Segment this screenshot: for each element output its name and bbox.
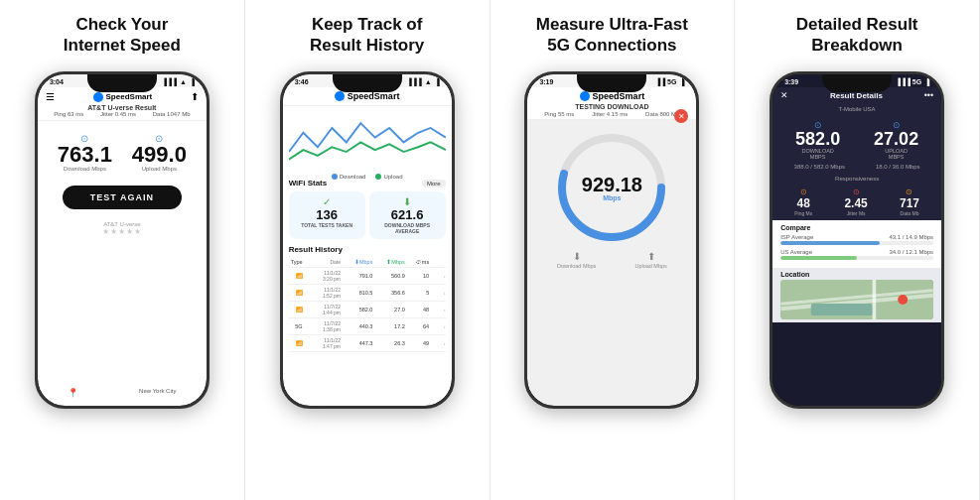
- dl-detail-label: 388.0 / 582.0 Mbps: [794, 164, 845, 170]
- status-icons-1: ▐▐▐ ▲ ▐: [162, 78, 195, 85]
- arr-5: ›: [438, 340, 446, 346]
- p2-logo: SpeedSmart: [291, 91, 444, 101]
- p3-logo: SpeedSmart: [535, 91, 688, 101]
- date-5: 11/1/221:47 pm: [311, 337, 341, 349]
- checkmark-icon: ✓: [293, 196, 361, 207]
- phone-4-screen: 3:39 ▐▐▐ 5G ▐ ✕ Result Details ••• T-Mob…: [772, 74, 941, 406]
- status-icons-2: ▐▐▐ ▲ ▐: [407, 78, 440, 85]
- phone-3-screen: 3:19 ▐▐ 5G ▐ SpeedSmart ✕ TESTING DOWNLO…: [527, 74, 696, 406]
- history-header-row: Type Date ⬇Mbps ⬆Mbps ⏱ms: [289, 257, 446, 268]
- history-row-5[interactable]: 📶 11/1/221:47 pm 447.3 26.3 49 ›: [289, 335, 446, 352]
- type-4: 5G: [289, 323, 303, 329]
- wifi-cards: ✓ 136 TOTAL TESTS TAKEN ⬇ 621.6 DOWNLOAD…: [289, 191, 446, 239]
- wifi-card-total: ✓ 136 TOTAL TESTS TAKEN: [289, 191, 365, 239]
- battery-icon: ▐: [190, 78, 195, 85]
- isp-avg-value: 43.1 / 14.9 Mbps: [889, 234, 933, 240]
- back-icon[interactable]: ✕: [780, 90, 788, 100]
- history-row-4[interactable]: 5G 11/7/221:38 pm 440.3 17.2 64 ›: [289, 318, 446, 335]
- more-icon[interactable]: •••: [924, 90, 933, 100]
- panel-3-title: Measure Ultra-Fast5G Connections: [536, 14, 688, 62]
- download-avg-icon: ⬇: [373, 196, 442, 207]
- battery-2: ▐: [435, 78, 440, 85]
- compare-title: Compare: [780, 224, 933, 231]
- location-title: Location: [780, 271, 933, 278]
- dl-2: 810.5: [349, 290, 372, 296]
- p3-metrics: Ping 55 ms Jitter 4.15 ms Data 800 Mb: [535, 111, 688, 117]
- phone-1: 3:04 ▐▐▐ ▲ ▐ ☰ SpeedSmart ⬆ AT&T U-verse…: [35, 71, 210, 409]
- wifi-icon: ▲: [180, 78, 187, 85]
- isp-avg-bar-fill: [780, 241, 880, 245]
- test-again-button[interactable]: TEST AGAIN: [63, 186, 182, 209]
- arr-1: ›: [438, 273, 446, 279]
- ms-3: 48: [413, 307, 429, 312]
- speedometer-area: 929.18 Mbps: [527, 120, 696, 251]
- jitter-block: ⊙ 2.45 Jitter Ms: [844, 188, 867, 216]
- phone-3-notch: [577, 74, 646, 92]
- p4-download-block: ⊙ 582.0 DownloadMbps: [795, 120, 840, 160]
- ul-1: 560.9: [381, 273, 405, 279]
- speedometer-ring: 929.18 Mbps: [552, 128, 671, 247]
- download-block: ⊙ 763.1 Download Mbps: [58, 133, 112, 172]
- time-3: 3:19: [539, 78, 553, 85]
- col-date-header: Date: [311, 259, 341, 265]
- ping-3: Ping 55 ms: [544, 111, 574, 117]
- map-placeholder: [780, 280, 933, 319]
- ul-icon-block: ⬆ Upload Mbps: [634, 251, 666, 269]
- speed-unit: Mbps: [582, 194, 642, 201]
- ul-2: 356.6: [381, 290, 405, 296]
- ul-bottom-label: Upload Mbps: [634, 263, 666, 269]
- svg-rect-5: [811, 304, 873, 315]
- upload-legend: Upload: [375, 174, 402, 180]
- wifi-section: WiFi Stats More ✓ 136 TOTAL TESTS TAKEN …: [283, 176, 452, 242]
- phone-3: 3:19 ▐▐ 5G ▐ SpeedSmart ✕ TESTING DOWNLO…: [524, 71, 699, 409]
- ms-1: 10: [413, 273, 429, 279]
- col-ms-header: ⏱ms: [413, 259, 429, 265]
- nav-city-label: New York City: [139, 388, 176, 398]
- ping-block: ⊙ 48 Ping Ms: [794, 188, 812, 216]
- jitter-value: 2.45: [844, 196, 867, 210]
- ping-label: Ping Ms: [794, 210, 812, 216]
- dl-4: 440.3: [349, 323, 372, 329]
- testing-label: TESTING DOWNLOAD: [535, 103, 688, 110]
- avg-dl-value: 621.6: [373, 207, 442, 222]
- nav-location-icon[interactable]: 📍: [68, 388, 78, 398]
- p4-upload-block: ⊙ 27.02 UploadMbps: [874, 120, 918, 160]
- panel-result-history: Keep Track ofResult History 3:46 ▐▐▐ ▲ ▐…: [245, 0, 490, 500]
- share-icon[interactable]: ⬆: [191, 91, 199, 102]
- history-title: Result History: [289, 245, 446, 254]
- more-button[interactable]: More: [422, 180, 446, 188]
- history-row-1[interactable]: 📶 11/1/223:20 pm 791.0 560.9 10 ›: [289, 268, 446, 285]
- total-tests-label: TOTAL TESTS TAKEN: [293, 222, 361, 228]
- dl-icon-block: ⬇ Download Mbps: [557, 251, 596, 269]
- phone-4: 3:39 ▐▐▐ 5G ▐ ✕ Result Details ••• T-Mob…: [770, 71, 944, 409]
- hamburger-icon[interactable]: ☰: [46, 91, 55, 102]
- p1-header: ☰ SpeedSmart ⬆ AT&T U-verse Result Ping …: [38, 87, 207, 121]
- rating-stars[interactable]: ★★★★★: [46, 227, 199, 236]
- p4-location-section: Location: [772, 268, 941, 322]
- chart-legend: Download Upload: [289, 174, 446, 180]
- speedsmart-label: SpeedSmart: [106, 92, 153, 101]
- status-icons-3: ▐▐ 5G ▐: [655, 78, 684, 85]
- panel-check-speed: Check YourInternet Speed 3:04 ▐▐▐ ▲ ▐ ☰ …: [0, 0, 245, 500]
- ping-value: 48: [794, 196, 812, 210]
- time-4: 3:39: [784, 78, 798, 85]
- p4-compare-section: Compare ISP Average 43.1 / 14.9 Mbps US …: [772, 220, 941, 268]
- signal-4: ▐▐▐ 5G: [896, 78, 921, 85]
- panel-result-breakdown: Detailed ResultBreakdown 3:39 ▐▐▐ 5G ▐ ✕…: [735, 0, 980, 500]
- battery-4: ▐: [924, 78, 929, 85]
- signal-3: ▐▐ 5G: [655, 78, 676, 85]
- p1-logo: SpeedSmart: [93, 92, 153, 102]
- speedsmart-logo-icon: [93, 92, 103, 102]
- signal-icon: ▐▐▐: [162, 78, 177, 85]
- col-type-header: Type: [289, 259, 303, 265]
- data-icon: ⊙: [900, 188, 919, 196]
- date-2: 11/1/221:52 pm: [311, 287, 341, 299]
- history-row-2[interactable]: 📶 11/1/221:52 pm 810.5 356.6 5 ›: [289, 285, 446, 302]
- ping-icon: ⊙: [794, 188, 812, 196]
- download-value: 763.1: [58, 144, 112, 166]
- ms-4: 64: [413, 323, 429, 329]
- p1-header-top: ☰ SpeedSmart ⬆: [46, 91, 199, 102]
- history-row-3[interactable]: 📶 11/7/221:44 pm 582.0 27.0 48 ›: [289, 302, 446, 318]
- panel-5g: Measure Ultra-Fast5G Connections 3:19 ▐▐…: [490, 0, 736, 500]
- p3-bottom-icons: ⬇ Download Mbps ⬆ Upload Mbps: [527, 251, 696, 273]
